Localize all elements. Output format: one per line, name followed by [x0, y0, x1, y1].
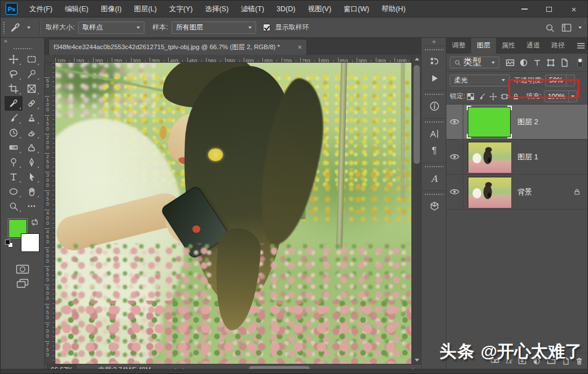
visibility-toggle[interactable] — [446, 175, 463, 209]
vertical-scrollbar[interactable] — [411, 55, 421, 364]
menu-item[interactable]: 文件(F) — [23, 1, 59, 18]
info-panel-icon[interactable] — [422, 98, 447, 115]
layer-name[interactable]: 图层 1 — [517, 152, 538, 162]
dock-collapse-icon[interactable]: « — [422, 38, 446, 46]
lasso-tool[interactable] — [5, 67, 23, 81]
quick-mask-button[interactable] — [16, 264, 29, 274]
document-tab[interactable]: f348fe4ce3244ac0b2553c42d2612715_tplv-ob… — [49, 39, 307, 55]
close-button[interactable]: × — [561, 1, 586, 18]
minimize-button[interactable] — [512, 1, 537, 18]
history-brush-tool[interactable] — [5, 125, 23, 140]
fill-field[interactable]: 100% — [544, 90, 578, 102]
menu-item[interactable]: 选择(S) — [199, 1, 235, 18]
glyphs-panel-icon[interactable]: A — [422, 170, 447, 187]
toolbox-collapse-icon[interactable]: « — [1, 38, 44, 45]
canvas[interactable] — [55, 63, 411, 364]
show-sampling-ring-checkbox[interactable] — [263, 24, 270, 31]
dock-grip[interactable] — [424, 93, 444, 95]
tab-properties[interactable]: 属性 — [496, 38, 521, 54]
lock-artboard-icon[interactable] — [499, 91, 510, 102]
actions-panel-icon[interactable] — [422, 70, 447, 87]
lock-transparency-icon[interactable] — [465, 91, 476, 102]
shape-layer-filter-icon[interactable] — [545, 56, 557, 68]
layer-row[interactable]: 图层 2 — [446, 105, 588, 140]
dodge-tool[interactable] — [5, 155, 23, 169]
type-tool[interactable] — [5, 169, 23, 184]
clone-stamp-tool[interactable] — [23, 111, 41, 125]
tab-channels[interactable]: 通道 — [521, 38, 546, 54]
menu-item[interactable]: 3D(D) — [270, 1, 301, 18]
workspace-chevron[interactable] — [578, 27, 582, 29]
eyedropper-tool[interactable] — [5, 96, 23, 111]
fill-value[interactable]: 100% — [545, 93, 569, 101]
lock-position-icon[interactable] — [488, 91, 499, 102]
scroll-down-arrow[interactable] — [412, 356, 422, 364]
move-tool[interactable] — [5, 52, 23, 67]
ellipse-tool[interactable] — [5, 184, 23, 199]
visibility-toggle[interactable] — [446, 105, 463, 139]
panel-menu-icon[interactable] — [577, 42, 585, 49]
menu-item[interactable]: 帮助(H) — [375, 1, 411, 18]
menu-item[interactable]: 图层(L) — [128, 1, 163, 18]
lock-image-icon[interactable] — [476, 91, 488, 102]
tool-preset-picker[interactable] — [8, 22, 35, 33]
opacity-value[interactable]: 50% — [546, 76, 566, 84]
spot-healing-brush-tool[interactable] — [23, 96, 41, 111]
history-panel-icon[interactable] — [422, 53, 447, 70]
workspace-icon[interactable] — [561, 23, 572, 32]
layer-name[interactable]: 图层 2 — [517, 117, 538, 127]
3d-panel-icon[interactable] — [422, 198, 447, 215]
maximize-button[interactable] — [537, 1, 561, 18]
visibility-toggle[interactable] — [446, 140, 463, 174]
dock-grip[interactable] — [424, 193, 444, 195]
smudge-tool[interactable] — [23, 140, 41, 155]
close-tab-icon[interactable]: × — [297, 43, 302, 51]
default-colors-icon[interactable] — [5, 240, 13, 247]
sample-size-dropdown[interactable]: 取样点 — [78, 21, 144, 34]
path-selection-tool[interactable] — [23, 169, 41, 184]
menu-item[interactable]: 滤镜(T) — [235, 1, 270, 18]
menu-item[interactable]: 视图(V) — [301, 1, 337, 18]
rectangular-marquee-tool[interactable] — [23, 52, 41, 67]
lock-all-icon[interactable] — [510, 91, 521, 102]
zoom-tool[interactable] — [5, 199, 23, 214]
fill-dropdown-button[interactable] — [568, 91, 577, 102]
dock-grip[interactable] — [424, 49, 444, 51]
menu-item[interactable]: 编辑(E) — [59, 1, 95, 18]
dock-grip[interactable] — [424, 121, 444, 123]
frame-tool[interactable] — [23, 81, 41, 96]
swap-colors-icon[interactable] — [30, 218, 39, 227]
paragraph-panel-icon[interactable]: ¶ — [422, 142, 447, 159]
layer-row[interactable]: 图层 1 — [446, 140, 588, 175]
opacity-field[interactable]: 50% — [545, 75, 575, 86]
hand-tool[interactable] — [23, 184, 41, 199]
dock-grip[interactable] — [424, 166, 444, 168]
adjustment-layer-filter-icon[interactable] — [517, 56, 530, 68]
brush-tool[interactable] — [5, 111, 23, 125]
menu-item[interactable]: 窗口(W) — [337, 1, 375, 18]
filter-pin-icon[interactable] — [574, 56, 586, 68]
menu-item[interactable]: 图像(I) — [95, 1, 128, 18]
tab-adjustments[interactable]: 调整 — [446, 38, 471, 54]
sample-dropdown[interactable]: 所有图层 — [172, 21, 256, 34]
background-color-swatch[interactable] — [21, 233, 40, 252]
gradient-tool[interactable] — [5, 140, 23, 155]
layer-row[interactable]: 背景 — [446, 175, 588, 210]
eraser-tool[interactable] — [23, 125, 41, 140]
tab-paths[interactable]: 路径 — [546, 38, 571, 54]
pixel-layer-filter-icon[interactable] — [504, 56, 516, 68]
vertical-scroll-thumb[interactable] — [414, 65, 420, 164]
blend-mode-dropdown[interactable]: 柔光 — [450, 75, 510, 86]
smart-object-filter-icon[interactable] — [558, 56, 571, 68]
edit-toolbar-button[interactable] — [23, 199, 41, 214]
screen-mode-button[interactable] — [16, 279, 29, 288]
layer-name[interactable]: 背景 — [517, 187, 532, 197]
options-grip[interactable] — [3, 21, 6, 34]
pen-tool[interactable] — [23, 155, 41, 169]
character-panel-icon[interactable] — [422, 125, 447, 142]
opacity-dropdown-button[interactable] — [566, 75, 574, 86]
tab-layers[interactable]: 图层 — [471, 38, 496, 54]
layer-thumbnail[interactable] — [468, 107, 511, 137]
scroll-up-arrow[interactable] — [412, 55, 422, 63]
layer-thumbnail[interactable] — [468, 142, 511, 172]
